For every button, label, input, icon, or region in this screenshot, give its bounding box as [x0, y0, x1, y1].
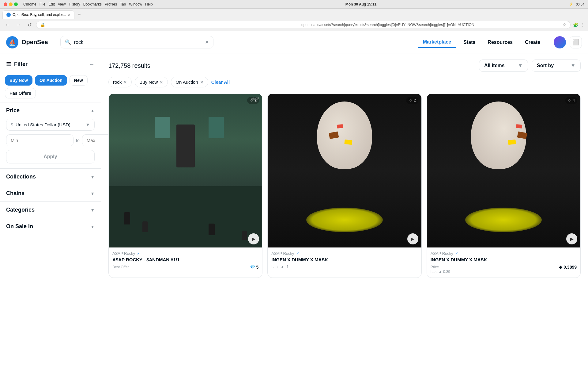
extensions-icon[interactable]: 🧩	[573, 22, 578, 27]
nft-last-price-3: Last ▲ 0.39	[431, 270, 577, 274]
nft-info-2: ASAP Rocky ✓ INGEN X DUMMY X MASK Last ▲…	[268, 247, 421, 273]
categories-section-header[interactable]: Categories ▼	[6, 207, 95, 213]
url-text: opensea.io/assets?search[query]=rock&sea…	[301, 23, 561, 27]
reload-button[interactable]: ↺	[25, 21, 34, 29]
mac-menu-profiles[interactable]: Profiles	[105, 2, 117, 6]
browser-chrome: OpenSea: Buy, sell, and explor... ✕ + ← …	[0, 9, 588, 31]
chip-on-auction[interactable]: On Auction	[35, 75, 67, 86]
apply-price-button[interactable]: Apply	[6, 150, 95, 163]
nft-card-2[interactable]: ♡ 2 ▶ ASAP Rocky ✓ INGEN X DUMMY X MASK …	[267, 94, 421, 278]
search-icon: 🔍	[65, 39, 71, 45]
search-input[interactable]	[74, 40, 202, 45]
chip-has-offers[interactable]: Has Offers	[5, 88, 36, 98]
mac-menu-help[interactable]: Help	[145, 2, 153, 6]
mac-menu-window[interactable]: Window	[129, 2, 142, 6]
nft-price-row-3: Price ◆ 0.3899 Last ▲ 0.39	[431, 265, 577, 274]
app-header: ⛵ OpenSea 🔍 ✕ Marketplace Stats Resource…	[0, 31, 588, 53]
logo-icon: ⛵	[6, 36, 18, 48]
chip-new[interactable]: New	[70, 75, 88, 86]
on-sale-chevron-icon: ▼	[90, 224, 95, 229]
nft-card-1[interactable]: AWGE ♡ 3 ▶ ASAP Rocky	[108, 94, 262, 278]
header-actions: ⬜	[554, 36, 582, 48]
nft-like-count-3: 4	[573, 98, 575, 103]
bookmark-icon[interactable]: ☆	[563, 22, 567, 27]
nft-like-1[interactable]: ♡ 3	[247, 97, 259, 104]
nft-price-label-1: Best Offer	[112, 265, 129, 269]
nft-collection-name-1: ASAP Rocky	[112, 251, 135, 256]
collections-section-header[interactable]: Collections ▼	[6, 174, 95, 180]
nft-price-val-1: 💎 5	[250, 265, 259, 270]
main-nav: Marketplace Stats Resources Create	[418, 37, 545, 48]
filter-tag-rock-remove[interactable]: ✕	[123, 80, 127, 85]
clear-all-button[interactable]: Clear All	[211, 79, 230, 85]
tab-close-btn[interactable]: ✕	[68, 13, 70, 17]
mac-menu-history[interactable]: History	[69, 2, 80, 6]
main-layout: ☰ Filter ← Buy Now On Auction New Has Of…	[0, 53, 588, 368]
mac-menu-tab[interactable]: Tab	[120, 2, 126, 6]
nft-collection-3: ASAP Rocky ✓	[431, 251, 577, 256]
user-avatar[interactable]	[554, 36, 566, 48]
browser-menu-icon[interactable]: ⋮	[581, 22, 585, 27]
collections-section: Collections ▼	[0, 168, 101, 185]
nft-name-1: A$AP ROCKY - $ANDMAN #1/1	[112, 257, 258, 262]
nav-resources[interactable]: Resources	[483, 37, 518, 48]
mac-os-bar: Chrome File Edit View History Bookmarks …	[0, 0, 588, 9]
on-sale-section-header[interactable]: On Sale In ▼	[6, 223, 95, 230]
filter-label: Filter	[14, 61, 28, 67]
sort-by-dropdown[interactable]: Sort by ▼	[532, 59, 581, 72]
nft-like-3[interactable]: ♡ 4	[565, 97, 577, 104]
filter-tag-buy-now[interactable]: Buy Now ✕	[135, 77, 168, 87]
nav-stats[interactable]: Stats	[458, 37, 480, 48]
mac-time: Mon 30 Aug 15:11	[345, 2, 377, 6]
results-header: 172,758 results All items ▼ Sort by ▼	[108, 59, 581, 72]
chip-buy-now[interactable]: Buy Now	[5, 75, 32, 86]
nft-price-label-3: Price	[431, 265, 439, 269]
categories-section: Categories ▼	[0, 201, 101, 218]
collections-section-title: Collections	[6, 174, 36, 180]
currency-dropdown[interactable]: $ United States Dollar (USD) ▼	[6, 119, 95, 131]
nft-last-price-2: Last ▲ 1	[271, 265, 288, 269]
nav-marketplace[interactable]: Marketplace	[418, 37, 456, 48]
chains-section: Chains ▼	[0, 185, 101, 201]
minimize-window-btn[interactable]	[9, 2, 13, 6]
nft-play-btn-2[interactable]: ▶	[407, 233, 418, 244]
back-button[interactable]: ←	[3, 21, 12, 29]
mac-menu-view[interactable]: View	[58, 2, 66, 6]
filter-tag-buy-now-remove[interactable]: ✕	[160, 80, 163, 85]
all-items-label: All items	[484, 63, 505, 68]
nav-create[interactable]: Create	[520, 37, 545, 48]
filter-tag-on-auction-remove[interactable]: ✕	[200, 80, 204, 85]
results-count: 172,758 results	[108, 62, 475, 69]
filter-icon: ☰	[6, 61, 11, 68]
maximize-window-btn[interactable]	[14, 2, 18, 6]
chains-section-header[interactable]: Chains ▼	[6, 190, 95, 197]
forward-button[interactable]: →	[14, 21, 23, 29]
nft-collection-2: ASAP Rocky ✓	[271, 251, 417, 256]
nft-info-1: ASAP Rocky ✓ A$AP ROCKY - $ANDMAN #1/1 B…	[109, 247, 262, 273]
search-bar[interactable]: 🔍 ✕	[60, 36, 213, 48]
nft-collection-name-3: ASAP Rocky	[431, 251, 453, 256]
last-label-2: Last	[271, 265, 278, 269]
mac-menu-file[interactable]: File	[40, 2, 45, 6]
lock-icon: 🔒	[40, 22, 300, 27]
verified-icon-1: ✓	[137, 251, 140, 256]
new-tab-btn[interactable]: +	[76, 11, 83, 18]
close-window-btn[interactable]	[4, 2, 7, 6]
wallet-button[interactable]: ⬜	[570, 36, 582, 48]
nft-like-2[interactable]: ♡ 2	[406, 97, 418, 104]
sidebar-collapse-button[interactable]: ←	[89, 61, 95, 68]
url-bar[interactable]: 🔒 opensea.io/assets?search[query]=rock&s…	[36, 21, 571, 29]
price-min-input[interactable]	[6, 134, 74, 146]
filter-tag-on-auction[interactable]: On Auction ✕	[171, 77, 208, 87]
browser-tab[interactable]: OpenSea: Buy, sell, and explor... ✕	[2, 10, 74, 19]
price-section-header[interactable]: Price ▲	[6, 107, 95, 114]
mac-menu-bookmarks[interactable]: Bookmarks	[83, 2, 102, 6]
currency-label: United States Dollar (USD)	[16, 122, 70, 127]
on-sale-section: On Sale In ▼	[0, 218, 101, 235]
search-clear-button[interactable]: ✕	[205, 39, 209, 45]
all-items-dropdown[interactable]: All items ▼	[479, 59, 528, 72]
logo-link[interactable]: ⛵ OpenSea	[6, 36, 48, 48]
filter-tag-rock[interactable]: rock ✕	[108, 77, 132, 87]
mac-menu-edit[interactable]: Edit	[48, 2, 55, 6]
nft-card-3[interactable]: ♡ 4 ▶ ASAP Rocky ✓ INGEN X DUMMY X MASK	[427, 94, 581, 278]
